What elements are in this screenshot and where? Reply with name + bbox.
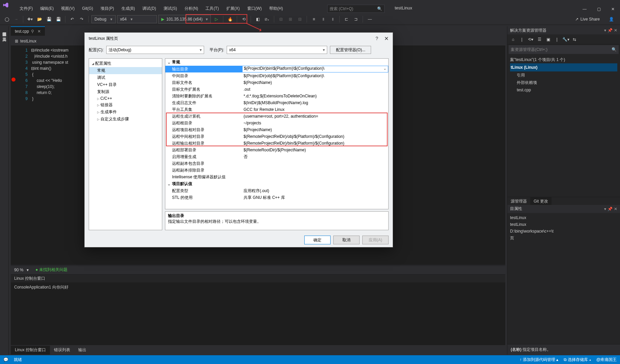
open-icon[interactable]: 📂 xyxy=(35,15,44,23)
property-row[interactable]: 远程生成计算机 (username=root, port=22, authent… xyxy=(165,113,388,120)
config-select[interactable]: 活动(Debug) xyxy=(106,46,204,54)
property-row[interactable]: 远程项目相对目录$(ProjectName) xyxy=(165,126,388,133)
help-button[interactable]: ? xyxy=(375,36,378,41)
sync-icon[interactable]: ☰ xyxy=(536,37,543,42)
zoom-level[interactable]: 90 % xyxy=(14,268,23,272)
feedback-icon[interactable]: 💬 xyxy=(3,357,8,362)
search-input[interactable]: 搜索 (Ctrl+Q) 🔍 xyxy=(327,5,385,13)
tree-item-file[interactable]: test.cpp xyxy=(510,86,617,94)
panel-dropdown-icon[interactable]: ▾ xyxy=(604,28,606,33)
breakpoint-icon[interactable] xyxy=(11,78,16,82)
menu-item[interactable]: 调试(D) xyxy=(139,4,160,13)
save-icon[interactable]: 💾 xyxy=(45,15,53,23)
pin-icon[interactable]: 📌 xyxy=(608,28,613,33)
panel-close-icon[interactable]: ✕ xyxy=(614,207,617,211)
editor-tab[interactable]: test.cpp ⚲ ✕ xyxy=(11,26,45,36)
icon-g[interactable]: ⫴ xyxy=(319,15,327,23)
property-row[interactable]: 启用增量生成否 xyxy=(165,153,388,160)
zoom-dropdown-icon[interactable]: ▾ xyxy=(27,268,29,272)
tree-item-debug[interactable]: 调试 xyxy=(89,74,162,81)
nav-back-icon[interactable]: ◯ xyxy=(3,15,11,23)
files-icon[interactable]: ▣ xyxy=(544,37,552,42)
menu-item[interactable]: 项目(P) xyxy=(97,4,117,13)
platform-select[interactable]: x64 xyxy=(227,46,327,54)
property-row[interactable]: 生成日志文件$(IntDir)$(MSBuildProjectName).log xyxy=(165,99,388,106)
property-row[interactable]: 目标文件名$(ProjectName) xyxy=(165,79,388,86)
panel-close-icon[interactable]: ✕ xyxy=(614,28,617,33)
bottom-tab-errors[interactable]: 错误列表 xyxy=(50,346,74,355)
ok-button[interactable]: 确定 xyxy=(304,236,331,244)
menu-item[interactable]: 生成(B) xyxy=(118,4,138,13)
property-row[interactable]: 远程副本包含目录 xyxy=(165,160,388,167)
menu-item[interactable]: 分析(N) xyxy=(181,4,202,13)
browser-link-icon[interactable]: ⟲ xyxy=(240,15,248,23)
toolbox-tab[interactable]: 工具箱 xyxy=(0,32,8,37)
server-explorer-tab[interactable]: 服务器资源管理器 xyxy=(0,26,8,32)
tree-item-linker[interactable]: 链接器 xyxy=(89,101,162,109)
maximize-button[interactable]: ▢ xyxy=(592,5,606,13)
property-row[interactable]: 清除时要删除的扩展名*.d;*.tlog;$(ExtensionsToDelet… xyxy=(165,93,388,99)
property-row[interactable]: 远程根目录~/projects xyxy=(165,120,388,126)
wrench-icon[interactable]: 🔧▾ xyxy=(562,37,569,42)
project-node[interactable]: tLinux (Linux) xyxy=(510,63,617,71)
config-manager-button[interactable]: 配置管理器(O)... xyxy=(330,46,371,54)
icon-a[interactable]: ◧ xyxy=(254,15,262,23)
tree-root[interactable]: 配置属性 xyxy=(89,60,162,67)
menu-item[interactable]: 扩展(X) xyxy=(223,4,243,13)
collapse-icon[interactable]: ⇆ xyxy=(571,37,578,42)
tree-item-custom-build[interactable]: 自定义生成步骤 xyxy=(89,116,162,123)
undo-icon[interactable]: ↶ xyxy=(68,15,76,23)
property-row[interactable]: 远程中间相对目录$(RemoteProjectRelDir)/obj/$(Pla… xyxy=(165,133,388,140)
platform-combo[interactable]: x64 xyxy=(117,15,157,23)
property-row[interactable]: STL 的使用共享 GNU 标准 C++ 库 xyxy=(165,194,388,201)
status-source-control[interactable]: ↑ 添加到源代码管理 ▴ xyxy=(519,357,558,363)
icon-h[interactable]: ⫴ xyxy=(329,15,337,23)
redo-icon[interactable]: ↷ xyxy=(78,15,86,23)
apply-button[interactable]: 应用(A) xyxy=(362,236,389,244)
solution-tree[interactable]: 案"testLinux"(1 个项目/共 1 个) tLinux (Linux)… xyxy=(507,55,620,95)
property-grid[interactable]: 常规输出目录$(ProjectDir)bin\$(Platform)\$(Con… xyxy=(165,58,389,209)
tree-item-references[interactable]: 引用 xyxy=(510,71,617,79)
property-row[interactable]: 平台工具集GCC for Remote Linux xyxy=(165,106,388,113)
menu-item[interactable]: 工具(T) xyxy=(202,4,222,13)
bottom-tab-console[interactable]: Linux 控制台窗口 xyxy=(11,346,50,355)
tree-item-vcdirs[interactable]: VC++ 目录 xyxy=(89,81,162,88)
menu-item[interactable]: 文件(F) xyxy=(16,4,36,13)
icon-j[interactable]: ⊐ xyxy=(352,15,360,23)
menu-item[interactable]: 视图(V) xyxy=(58,4,78,13)
tree-item-external-deps[interactable]: 外部依赖项 xyxy=(510,79,617,86)
pin-icon[interactable]: 📌 xyxy=(608,207,613,211)
minimize-button[interactable]: ― xyxy=(577,5,592,13)
property-row[interactable]: Intellisense 使用编译器默认值 xyxy=(165,174,388,180)
overflow-icon[interactable]: — xyxy=(366,15,374,23)
menu-item[interactable]: 测试(S) xyxy=(160,4,180,13)
tree-item-copy[interactable]: 复制源 xyxy=(89,88,162,95)
properties-grid[interactable]: testLinux testLinux D:\bing\workspace\c+… xyxy=(507,213,620,243)
menu-item[interactable]: 帮助(H) xyxy=(266,4,286,13)
save-all-icon[interactable]: 💾 xyxy=(54,15,62,23)
run-button[interactable]: ▶ 101.35.135.86 (x64) xyxy=(158,15,211,24)
category-tree[interactable]: 配置属性 常规 调试 VC++ 目录 复制源 C/C++ 链接器 生成事件 自定… xyxy=(89,58,162,230)
status-repo[interactable]: ⧉ 选择存储库 ▴ xyxy=(564,357,591,363)
menu-item[interactable]: 窗口(W) xyxy=(244,4,265,13)
property-row[interactable]: 输出目录$(ProjectDir)bin\$(Platform)\$(Confi… xyxy=(165,66,388,72)
close-button[interactable]: ✕ xyxy=(606,5,620,13)
tab-close-icon[interactable]: ✕ xyxy=(37,29,41,34)
solution-node[interactable]: 案"testLinux"(1 个项目/共 1 个) xyxy=(510,56,617,63)
tab-git-changes[interactable]: Git 更改 xyxy=(530,197,552,205)
tree-item-cxx[interactable]: C/C++ xyxy=(89,95,162,101)
tab-solution-explorer[interactable]: 源管理器 xyxy=(507,197,530,205)
dialog-close-button[interactable]: ✕ xyxy=(384,35,389,42)
pin-icon[interactable]: ⚲ xyxy=(31,29,34,34)
property-row[interactable]: 远程输出相对目录$(RemoteProjectRelDir)/bin/$(Pla… xyxy=(165,140,388,147)
tree-item-build-events[interactable]: 生成事件 xyxy=(89,109,162,116)
property-row[interactable]: 中间目录$(ProjectDir)obj\$(Platform)\$(Confi… xyxy=(165,72,388,79)
property-row[interactable]: 远程部署目录$(RemoteRootDir)/$(ProjectName) xyxy=(165,147,388,153)
live-share-button[interactable]: ↗ Live Share xyxy=(575,17,600,22)
new-item-icon[interactable]: ✚▾ xyxy=(26,15,34,23)
home-icon[interactable]: ⌂ xyxy=(509,37,517,42)
start-nodbg-icon[interactable]: ▷ xyxy=(212,15,220,23)
tree-item-general[interactable]: 常规 xyxy=(89,67,162,74)
menu-item[interactable]: Git(G) xyxy=(79,5,96,12)
console-output[interactable]: ConsoleApplication1 向你问好 xyxy=(11,282,505,345)
